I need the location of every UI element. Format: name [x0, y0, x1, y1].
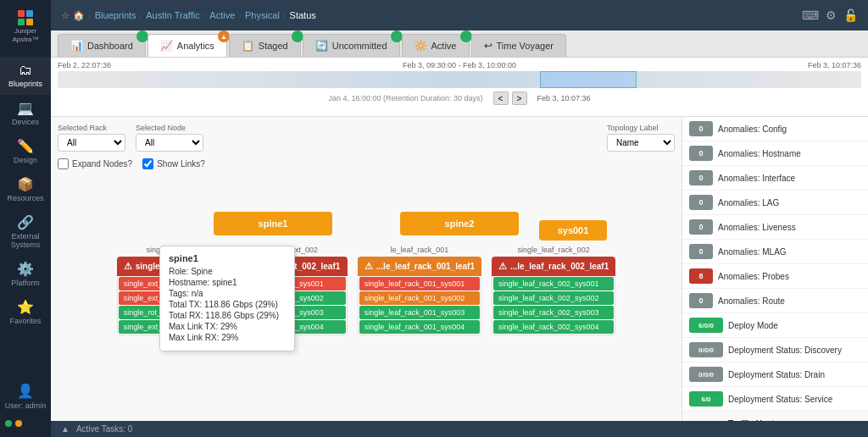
breadcrumb-active[interactable]: Active [209, 10, 235, 20]
panel-label-route: Anomalies: Route [718, 296, 785, 306]
leaf-node-4[interactable]: ⚠ ...le_leaf_rack_002_leaf1 single_leaf_… [492, 257, 615, 335]
resources-icon: 📦 [17, 178, 34, 191]
analytics-tab-icon: 📈 [160, 40, 173, 52]
tab-uncommitted[interactable]: 🔄 Uncommitted [303, 34, 400, 57]
panel-anomalies-interface[interactable]: 0 Anomalies: Interface [682, 166, 868, 191]
timeline-nav: Jan 4, 16:00:00 (Retention Duration: 30 … [58, 91, 861, 105]
spine2-node[interactable]: spine2 [400, 212, 519, 235]
node-label: Selected Node [136, 124, 203, 132]
panel-traffic-heat[interactable]: Traffic Heat [682, 412, 868, 421]
tab-active-label: Active [431, 41, 457, 51]
sidebar-item-resources[interactable]: 📦 Resources [0, 171, 51, 209]
tab-analytics[interactable]: 📈 Analytics ▲ [147, 34, 227, 57]
panel-anomalies-hostname[interactable]: 0 Anomalies: Hostname [682, 141, 868, 166]
panel-badge-mlag: 0 [689, 244, 713, 259]
panel-deploy-mode[interactable]: 6/0/0 Deploy Mode [682, 313, 868, 338]
panel-anomalies-config[interactable]: 0 Anomalies: Config [682, 117, 868, 141]
tooltip-hostname: Hostname: spine1 [169, 278, 286, 287]
sidebar-item-design[interactable]: ✏️ Design [0, 133, 51, 171]
panel-anomalies-probes[interactable]: 8 Anomalies: Probes [682, 264, 868, 289]
show-links-label: Show Links? [157, 159, 205, 169]
panel-anomalies-mlag[interactable]: 0 Anomalies: MLAG [682, 240, 868, 264]
status-dot-green [5, 420, 12, 427]
bottom-chevron-icon[interactable]: ▲ [61, 424, 70, 434]
show-links-checkbox[interactable]: Show Links? [142, 158, 205, 169]
leaf-header-3: ⚠ ...le_leaf_rack_001_leaf1 [358, 257, 481, 276]
panel-anomalies-route[interactable]: 0 Anomalies: Route [682, 289, 868, 313]
panel-deployment-discovery[interactable]: 0/0/0 Deployment Status: Discovery [682, 338, 868, 362]
tab-time-voyager[interactable]: ↩ Time Voyager [471, 34, 566, 57]
tab-staged[interactable]: 📋 Staged [229, 34, 301, 57]
panel-badge-discovery: 0/0/0 [689, 342, 723, 357]
star-icon[interactable]: ☆ [61, 10, 70, 21]
unlock-icon[interactable]: 🔓 [843, 8, 858, 22]
leaf-label-4: single_leaf_rack_002 [518, 246, 590, 254]
platform-icon: ⚙️ [17, 263, 34, 276]
topology-label-group: Topology Label Name [607, 124, 675, 152]
leaf-group-3: le_leaf_rack_001 ⚠ ...le_leaf_rack_001_l… [358, 246, 481, 335]
panel-badge-probes: 8 [689, 268, 713, 284]
rack-select[interactable]: All [58, 134, 125, 152]
panel-anomalies-liveness[interactable]: 0 Anomalies: Liveness [682, 215, 868, 240]
terminal-icon[interactable]: ⌨ [802, 8, 819, 22]
panel-deployment-drain[interactable]: 0/0/0 Deployment Status: Drain [682, 362, 868, 387]
node-select[interactable]: All [136, 134, 203, 152]
expand-nodes-input[interactable] [58, 158, 69, 169]
dashboard-badge [136, 30, 148, 42]
panel-label-discovery: Deployment Status: Discovery [728, 346, 842, 355]
breadcrumb-austin[interactable]: Austin Traffic [146, 10, 199, 20]
leaf-connections-3: single_leaf_rack_001_sys001 single_leaf_… [358, 277, 481, 335]
panel-label-config: Anomalies: Config [718, 124, 787, 134]
settings-icon[interactable]: ⚙ [826, 8, 837, 22]
panel-badge-lag: 0 [689, 195, 713, 210]
panel-anomalies-lag[interactable]: 0 Anomalies: LAG [682, 191, 868, 215]
uncommitted-badge [391, 30, 403, 42]
panel-deployment-service[interactable]: 6/0 Deployment Status: Service [682, 387, 868, 412]
timeline-next-btn[interactable]: > [512, 91, 527, 105]
active-badge [460, 30, 472, 42]
timeline-area: Feb 2, 22:07:36 Feb 3, 09:30:00 - Feb 3,… [51, 58, 868, 117]
topology-select[interactable]: Name [607, 134, 675, 152]
expand-nodes-checkbox[interactable]: Expand Nodes? [58, 158, 132, 169]
sidebar-item-devices[interactable]: 💻 Devices [0, 95, 51, 133]
breadcrumb-blueprints[interactable]: Blueprints [95, 10, 136, 20]
tab-active[interactable]: 🔆 Active [402, 34, 470, 57]
leaf-conn-4-1: single_leaf_rack_002_sys001 [493, 277, 614, 290]
canvas-area: Selected Rack All Selected Node All Topo… [51, 117, 682, 421]
panel-badge-interface: 0 [689, 170, 713, 185]
panel-badge-config: 0 [689, 121, 713, 136]
leaf-conn-4-3: single_leaf_rack_002_sys003 [493, 306, 614, 319]
sidebar-item-label: Platform [11, 279, 40, 287]
leaf-group-4: single_leaf_rack_002 ⚠ ...le_leaf_rack_0… [492, 246, 615, 335]
leaf-conn-3-1: single_leaf_rack_001_sys001 [359, 277, 480, 290]
controls-row: Selected Rack All Selected Node All Topo… [58, 124, 675, 152]
leaf-conn-3-3: single_leaf_rack_001_sys003 [359, 306, 480, 319]
panel-badge-hostname: 0 [689, 146, 713, 161]
panel-label-interface: Anomalies: Interface [718, 174, 795, 183]
sidebar: Juniper Apstra™ 🗂 Blueprints 💻 Devices ✏… [0, 0, 51, 437]
topology-graph: spine1 Role: Spine Hostname: spine1 Tags… [58, 212, 675, 421]
show-links-input[interactable] [142, 158, 153, 169]
leaf-header-4: ⚠ ...le_leaf_rack_002_leaf1 [492, 257, 615, 276]
panel-badge-service: 6/0 [689, 391, 723, 407]
timeline-prev-btn[interactable]: < [493, 91, 509, 105]
home-icon[interactable]: 🏠 [73, 10, 85, 21]
sidebar-item-platform[interactable]: ⚙️ Platform [0, 256, 51, 294]
leaf-warning-icon-4: ⚠ [498, 261, 507, 272]
timeline-bar[interactable] [58, 71, 861, 88]
sidebar-item-favorites[interactable]: ⭐ Favorites [0, 294, 51, 332]
main-content: ☆ 🏠 › Blueprints › Austin Traffic › Acti… [51, 0, 868, 437]
timeline-center-label: Feb 3, 09:30:00 - Feb 3, 10:00:00 [403, 61, 516, 69]
sidebar-item-label: Blueprints [8, 80, 42, 88]
active-tasks-label: Active Tasks: 0 [76, 424, 133, 434]
sidebar-item-external[interactable]: 🔗 External Systems [0, 209, 51, 256]
spine1-node[interactable]: spine1 [214, 212, 332, 235]
status-dot-yellow [15, 420, 22, 427]
sys001-node[interactable]: sys001 [539, 220, 607, 241]
leaf-node-3[interactable]: ⚠ ...le_leaf_rack_001_leaf1 single_leaf_… [358, 257, 481, 335]
sidebar-item-label: External Systems [3, 232, 47, 249]
tab-dashboard[interactable]: 📊 Dashboard [58, 34, 146, 57]
breadcrumb-physical[interactable]: Physical [245, 10, 280, 20]
bottom-bar: ▲ Active Tasks: 0 [51, 421, 868, 437]
sidebar-item-blueprints[interactable]: 🗂 Blueprints [0, 57, 51, 95]
